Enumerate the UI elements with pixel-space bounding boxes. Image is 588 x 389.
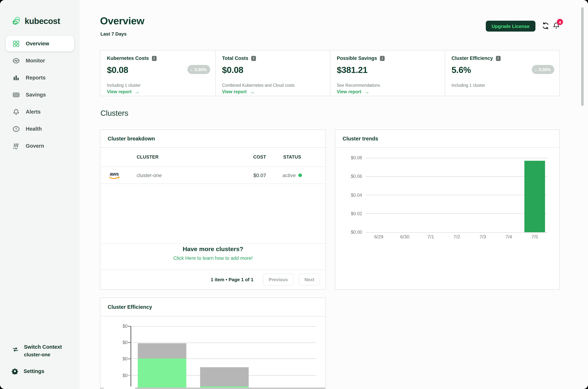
settings-label: Settings — [24, 368, 44, 374]
eff-grid-area — [131, 326, 316, 389]
bell-icon — [12, 108, 20, 116]
stat-card-title: Cluster Efficiency — [451, 56, 493, 61]
delta-badge: ↓0.00% — [532, 65, 554, 74]
sidebar-item-savings[interactable]: Savings — [6, 87, 74, 102]
eff-axis-line — [131, 326, 131, 387]
sidebar-item-label: Health — [26, 126, 42, 132]
horizontal-scrollbar-track — [100, 388, 104, 389]
monitor-icon — [12, 57, 20, 65]
notifications-button[interactable]: 4 — [553, 22, 560, 30]
sidebar-item-health[interactable]: Health — [6, 121, 74, 136]
x-tick-label: 7/5 — [522, 234, 548, 239]
swap-arrows-icon — [12, 346, 19, 353]
stat-cards-row: Kubernetes Costsi $0.08 ↓0.00% Including… — [100, 50, 560, 96]
brand: kubecost — [12, 16, 60, 26]
y-tick-label: $0.00 — [351, 230, 362, 235]
switch-context-button[interactable]: Switch Context cluster-one — [12, 344, 62, 357]
view-report-link[interactable]: View report→ — [107, 89, 140, 95]
page-title: Overview — [100, 15, 144, 27]
right-arrow-icon: → — [364, 89, 369, 95]
vertical-scrollbar-thumb[interactable] — [581, 7, 584, 106]
sidebar-item-govern[interactable]: Govern — [6, 138, 74, 154]
aws-logo-icon: aws — [108, 172, 121, 180]
sidebar-nav: Overview Monitor Reports — [6, 36, 74, 154]
table-header: CLUSTER COST STATUS — [100, 148, 326, 167]
cluster-trends-card: Cluster trends $0.08$0.06$0.04$0.02$0.00… — [335, 130, 560, 290]
more-clusters-section: Have more clusters? Click Here to learn … — [100, 243, 326, 270]
y-tick-label: $0.02 — [351, 211, 362, 216]
column-status: STATUS — [266, 155, 326, 160]
sidebar-item-monitor[interactable]: Monitor — [6, 53, 74, 68]
cluster-cost: $0.07 — [226, 172, 266, 178]
sidebar-item-settings[interactable]: Settings — [12, 368, 44, 374]
right-arrow-icon: → — [250, 89, 255, 95]
y-tick-label: $0 — [122, 324, 128, 329]
current-context: cluster-one — [24, 352, 62, 357]
govern-icon — [12, 142, 20, 150]
info-icon[interactable]: i — [496, 56, 501, 61]
stat-card-cluster-efficiency: Cluster Efficiencyi 5.6% ↓0.00% Includin… — [445, 50, 559, 96]
stat-card-kubernetes-costs: Kubernetes Costsi $0.08 ↓0.00% Including… — [100, 50, 215, 96]
stat-card-title: Total Costs — [222, 56, 248, 61]
switch-context-label: Switch Context — [24, 344, 62, 350]
x-tick-label: 7/2 — [444, 234, 470, 239]
eff-y-axis: $0$0$0$0 — [100, 326, 128, 389]
sidebar-item-label: Overview — [26, 41, 49, 46]
app-window: kubecost Overview Monitor — [0, 0, 588, 389]
y-tick-label: $0.04 — [351, 193, 362, 197]
stat-card-title: Kubernetes Costs — [107, 56, 149, 61]
previous-button[interactable]: Previous — [263, 274, 294, 286]
sidebar-item-label: Reports — [26, 75, 46, 81]
y-tick-label: $0 — [122, 356, 128, 361]
column-cost: COST — [226, 155, 266, 160]
trends-y-axis: $0.08$0.06$0.04$0.02$0.00 — [335, 158, 362, 232]
status-dot — [298, 173, 302, 177]
stat-card-value: 5.6% — [451, 65, 471, 75]
stat-card-subtext: See Recommendations — [337, 83, 380, 88]
view-report-link[interactable]: View report→ — [337, 89, 369, 95]
cluster-efficiency-card: Cluster Efficiency $0$0$0$0 — [100, 297, 326, 389]
stat-card-subtext: Including 1 cluster — [451, 83, 485, 88]
cluster-name: cluster-one — [137, 172, 226, 178]
health-icon — [12, 125, 20, 133]
x-tick-label: 6/29 — [366, 234, 392, 239]
horizontal-scrollbar-thumb[interactable] — [135, 388, 325, 389]
down-arrow-icon: ↓ — [191, 67, 193, 72]
trends-bar — [524, 161, 545, 232]
add-clusters-link[interactable]: Click Here to learn how to add more! — [100, 256, 326, 261]
stat-card-total-costs: Total Costsi $0.08 Combined Kubernetes a… — [215, 50, 330, 96]
info-icon[interactable]: i — [251, 56, 256, 61]
stat-card-value: $0.08 — [107, 65, 128, 75]
banknote-icon — [12, 91, 20, 98]
next-button[interactable]: Next — [299, 274, 320, 286]
sidebar-item-label: Govern — [26, 143, 44, 149]
kubecost-logo-icon — [12, 16, 21, 26]
info-icon[interactable]: i — [380, 56, 385, 61]
bar-chart-icon — [12, 74, 20, 81]
sidebar-item-reports[interactable]: Reports — [6, 70, 74, 85]
cluster-breakdown-card: Cluster breakdown CLUSTER COST STATUS aw… — [100, 130, 326, 290]
sidebar-item-overview[interactable]: Overview — [6, 36, 74, 51]
info-icon[interactable]: i — [152, 56, 156, 61]
stat-card-title: Possible Savings — [337, 56, 377, 61]
sidebar-item-label: Alerts — [26, 109, 41, 115]
y-tick-label: $0.08 — [351, 155, 362, 161]
stat-card-subtext: Combined Kubernetes and Cloud costs — [222, 83, 295, 88]
notification-badge: 4 — [557, 19, 563, 25]
more-clusters-title: Have more clusters? — [100, 246, 326, 253]
down-arrow-icon: ↓ — [535, 67, 537, 72]
trends-grid-area — [366, 158, 548, 232]
pagination: 1 item • Page 1 of 1 Previous Next — [100, 270, 326, 289]
sidebar: kubecost Overview Monitor — [0, 0, 80, 389]
grid-icon — [12, 40, 20, 47]
view-report-link[interactable]: View report→ — [222, 89, 255, 95]
efficiency-bar — [200, 326, 249, 389]
table-row[interactable]: aws cluster-one $0.07 active — [100, 167, 326, 184]
clusters-heading: Clusters — [100, 109, 128, 118]
sidebar-item-alerts[interactable]: Alerts — [6, 104, 74, 119]
x-tick-label: 7/4 — [496, 234, 522, 239]
upgrade-license-button[interactable]: Upgrade License — [486, 21, 535, 32]
refresh-icon[interactable] — [542, 22, 550, 30]
cluster-status: active — [282, 172, 296, 178]
column-cluster: CLUSTER — [137, 155, 226, 160]
